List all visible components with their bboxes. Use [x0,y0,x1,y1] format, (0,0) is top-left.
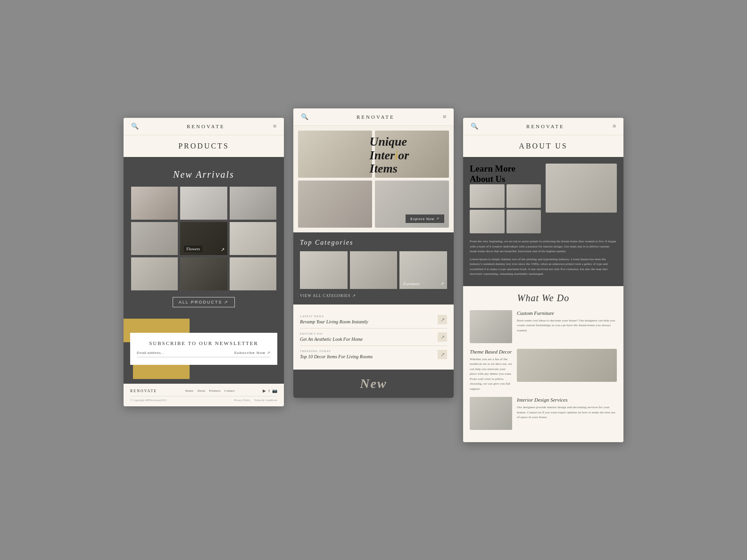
service-title-2: Theme Based Decor [470,349,512,354]
about-text-block: Learn More About Us [470,164,541,233]
instagram-icon[interactable]: 📷 [272,388,277,393]
new-arrivals-section: New Arrivals [131,165,276,187]
service-image-2 [517,349,617,382]
search-icon-home[interactable]: 🔍 [301,113,308,121]
view-all-button[interactable]: View All Categories ↗ [300,294,447,298]
newsletter-section: Subscribe To Our Newsletter Subscribe No… [124,319,284,384]
product-cell-flowers[interactable]: Flowers ↗ [180,222,227,255]
about-heading: Learn More About Us [470,164,541,184]
service-image-3 [470,397,512,430]
hero-title: Unique Interior Items [370,135,409,176]
twitter-icon[interactable]: ▶ [263,388,266,393]
hero-gold-i: i [395,148,398,162]
menu-icon-home[interactable]: ≡ [443,113,446,121]
hero-line2: Interior [370,148,409,162]
hero-section: Unique Interior Items Explore Now ↗ [293,126,454,232]
terms-link[interactable]: Terms & Conditions [254,399,277,402]
about-img-4 [506,210,541,233]
hero-line3: Items [370,162,398,175]
news-arrow-3[interactable]: ↗ [438,350,447,359]
service-info-1: Custom Furniture Have some cool ideas to… [517,310,617,343]
explore-now-button[interactable]: Explore Now ↗ [406,214,444,223]
nav-products: 🔍 RENOVATE ≡ [124,118,284,135]
news-tag-3: TRENDING TODAY [300,350,373,353]
flowers-label: Flowers [184,246,202,252]
footer-link-products[interactable]: Products [209,389,221,393]
what-we-do-title: What We Do [470,293,617,304]
menu-icon-products[interactable]: ≡ [273,123,276,130]
all-products-button[interactable]: All Products ↗ [173,297,235,307]
product-cell-9[interactable] [230,257,276,290]
footer-link-contact[interactable]: Contact [224,389,235,393]
email-field[interactable] [137,351,234,355]
news-arrow-1[interactable]: ↗ [438,315,447,324]
product-cell-8[interactable] [180,257,227,290]
news-item-2: EDITOR'S PIC Get An Aesthetic Look For H… [300,329,447,346]
service-image-1 [470,310,512,343]
news-tag-2: EDITOR'S PIC [300,332,363,335]
subscribe-button[interactable]: Subscribe Now ↗ [234,351,271,355]
news-tag-1: LATEST NEWS [300,315,368,318]
all-products-section: All Products ↗ [131,297,276,307]
news-title-1[interactable]: Revamp Your Living Room Instantly [300,319,368,324]
hero-line1: Unique [370,135,407,148]
service-item-1: Custom Furniture Have some cool ideas to… [470,310,617,343]
product-cell-2[interactable] [180,187,227,220]
news-title-3[interactable]: Top 10 Decor Items For Living Rooms [300,354,373,359]
search-icon[interactable]: 🔍 [131,123,139,130]
about-body: Learn More About Us From the very beginn… [463,157,623,286]
nav-logo-about: RENOVATE [526,124,564,129]
about-images-small [470,184,541,233]
product-cell-1[interactable] [131,187,178,220]
hero-image-bottom-left [298,181,372,228]
furniture-arrow-icon: ↗ [440,281,444,286]
newsletter-form: Subscribe Now ↗ [137,351,271,357]
furniture-label: Furniture [403,281,420,286]
about-description: From the very beginning, we set out to a… [470,239,617,277]
hero-text: Unique Interior Items [370,135,409,176]
news-item-3: TRENDING TODAY Top 10 Decor Items For Li… [300,346,447,363]
category-cell-2[interactable] [350,251,398,289]
explore-arrow-icon: ↗ [436,217,440,221]
top-categories-section: Top Categories Furniture ↗ View All Cate… [293,232,454,305]
about-img-3 [470,210,505,233]
about-desc-short: From the very beginning, we set out to a… [470,239,617,254]
news-arrow-2[interactable]: ↗ [438,332,447,342]
facebook-icon[interactable]: f [268,388,270,393]
product-cell-4[interactable] [131,222,178,255]
hero-image-main [298,131,372,178]
footer-links: Home About Products Contact [185,389,235,393]
footer-legal: Privacy Policy Terms & Conditions [234,399,277,402]
subscribe-arrow-icon: ↗ [267,351,271,355]
news-content-2: EDITOR'S PIC Get An Aesthetic Look For H… [300,332,363,342]
footer-top: RENOVATE Home About Products Contact ▶ f… [130,388,277,393]
about-top-section: Learn More About Us [470,164,617,233]
product-cell-6[interactable] [230,222,276,255]
footer-link-about[interactable]: About [197,389,206,393]
products-title: Products [131,142,276,150]
top-categories-title: Top Categories [300,239,447,247]
footer-products: RENOVATE Home About Products Contact ▶ f… [124,384,284,406]
news-title-2[interactable]: Get An Aesthetic Look For Home [300,337,363,342]
nav-logo-products: RENOVATE [187,124,225,129]
product-cell-3[interactable] [230,187,276,220]
product-cell-7[interactable] [131,257,178,290]
search-icon-about[interactable]: 🔍 [471,123,478,130]
nav-home: 🔍 RENOVATE ≡ [293,108,454,126]
service-item-3: Interior Design Services Our designers p… [470,397,617,430]
screen-about: 🔍 RENOVATE ≡ About Us Learn More About U… [463,118,623,442]
footer-link-home[interactable]: Home [185,389,193,393]
menu-icon-about[interactable]: ≡ [613,123,616,130]
service-desc-3: Our designers provide interior design an… [517,405,617,420]
category-cell-1[interactable] [300,251,348,289]
products-body: New Arrivals Flowers ↗ All Products [124,157,284,319]
news-content-3: TRENDING TODAY Top 10 Decor Items For Li… [300,350,373,359]
privacy-link[interactable]: Privacy Policy [234,399,250,402]
category-cell-furniture[interactable]: Furniture ↗ [399,251,447,289]
all-products-arrow-icon: ↗ [224,300,229,305]
service-desc-2: Whether you are a fan of the medieval er… [470,357,512,392]
flowers-arrow-icon: ↗ [221,247,224,252]
service-info-3: Interior Design Services Our designers p… [517,397,617,430]
service-info-2: Theme Based Decor Whether you are a fan … [470,349,512,392]
service-desc-1: Have some cool ideas to decorate your ho… [517,318,617,333]
